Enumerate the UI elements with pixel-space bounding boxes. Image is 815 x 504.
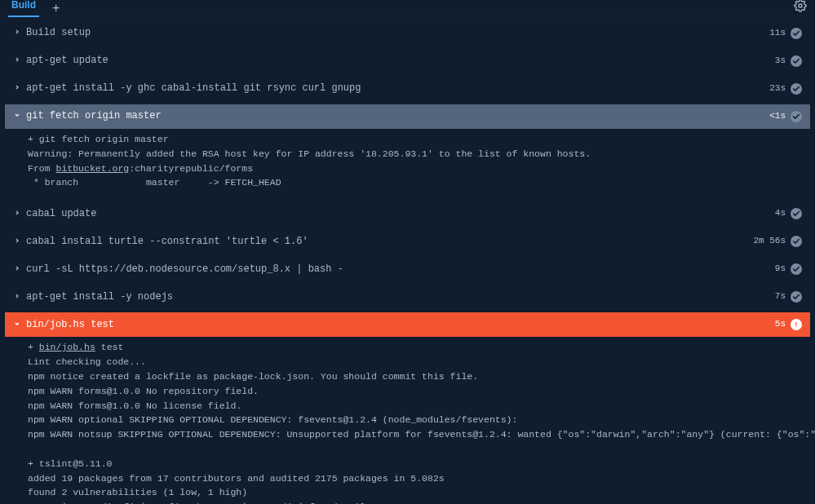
output-line: + git fetch origin master: [28, 132, 802, 147]
alert-icon: [791, 319, 802, 330]
step-command: cabal install turtle --constraint 'turtl…: [26, 235, 308, 249]
output-line: [28, 442, 802, 457]
step-meta: 4s: [775, 207, 802, 220]
step-output: + git fetch origin masterWarning: Perman…: [5, 129, 810, 198]
chevron-right-icon: [13, 26, 21, 40]
build-step: apt-get install -y nodejs7s: [5, 285, 810, 309]
output-link[interactable]: bitbucket.org: [56, 163, 130, 174]
settings-icon[interactable]: [794, 0, 807, 16]
step-meta: 3s: [775, 55, 802, 68]
output-line: found 2 vulnerabilities (1 low, 1 high): [28, 485, 802, 500]
step-command: apt-get install -y ghc cabal-install git…: [26, 82, 361, 95]
step-duration: <1s: [769, 110, 786, 123]
step-command: Build setup: [26, 26, 91, 40]
output-line: npm WARN optional SKIPPING OPTIONAL DEPE…: [28, 413, 802, 427]
output-line: run `npm audit fix` to fix them, or `npm…: [28, 500, 802, 504]
step-duration: 3s: [775, 55, 786, 68]
step-meta: 9s: [775, 263, 802, 276]
output-line: npm notice created a lockfile as package…: [28, 369, 802, 384]
chevron-down-icon: [13, 318, 21, 332]
output-link[interactable]: bin/job.hs: [39, 342, 95, 352]
step-meta: 7s: [775, 290, 802, 303]
step-duration: 9s: [775, 263, 786, 276]
step-output: + bin/job.hs testLint checking code...np…: [5, 337, 810, 504]
step-command: curl -sL https://deb.nodesource.com/setu…: [26, 263, 343, 276]
check-icon: [791, 236, 802, 247]
build-step: bin/job.hs test5s+ bin/job.hs testLint c…: [5, 312, 810, 504]
step-meta: 5s: [775, 318, 802, 331]
output-line: npm WARN forms@1.0.0 No repository field…: [28, 384, 802, 399]
output-line: npm WARN forms@1.0.0 No license field.: [28, 399, 802, 413]
chevron-right-icon: [13, 54, 21, 68]
step-header[interactable]: curl -sL https://deb.nodesource.com/setu…: [5, 257, 810, 281]
step-command: apt-get update: [26, 54, 109, 68]
svg-rect-3: [795, 326, 796, 327]
check-icon: [791, 111, 802, 122]
svg-rect-2: [795, 322, 796, 325]
tab-build[interactable]: Build: [8, 0, 39, 17]
step-meta: 23s: [769, 82, 802, 95]
check-icon: [791, 208, 802, 219]
output-line: * branch master -> FETCH_HEAD: [28, 175, 802, 190]
step-command: apt-get install -y nodejs: [26, 290, 173, 304]
step-duration: 4s: [775, 207, 786, 220]
build-step: apt-get install -y ghc cabal-install git…: [5, 77, 810, 101]
build-step: cabal update4s: [5, 201, 810, 226]
step-command: git fetch origin master: [26, 109, 162, 123]
check-icon: [791, 291, 802, 303]
add-tab-button[interactable]: +: [52, 4, 60, 12]
build-steps: Build setup11sapt-get update3sapt-get in…: [0, 16, 815, 504]
step-header[interactable]: apt-get install -y ghc cabal-install git…: [5, 77, 810, 101]
output-line: + bin/job.hs test: [28, 340, 802, 355]
output-line: Lint checking code...: [28, 355, 802, 369]
step-header[interactable]: cabal install turtle --constraint 'turtl…: [5, 229, 810, 254]
check-icon: [791, 83, 802, 95]
check-icon: [791, 263, 802, 275]
output-line: added 19 packages from 17 contributors a…: [28, 471, 802, 486]
step-duration: 7s: [775, 290, 786, 303]
build-step: curl -sL https://deb.nodesource.com/setu…: [5, 257, 810, 281]
step-header[interactable]: apt-get update3s: [5, 49, 810, 73]
step-header[interactable]: git fetch origin master<1s: [5, 104, 810, 129]
check-icon: [791, 28, 802, 39]
output-line: From bitbucket.org:charityrepublic/forms: [28, 161, 802, 176]
step-header[interactable]: cabal update4s: [5, 201, 810, 226]
output-line: Warning: Permanently added the RSA host …: [28, 147, 802, 161]
build-step: apt-get update3s: [5, 49, 810, 73]
build-step: git fetch origin master<1s+ git fetch or…: [5, 104, 810, 198]
step-header[interactable]: Build setup11s: [5, 21, 810, 46]
chevron-right-icon: [13, 263, 21, 276]
chevron-right-icon: [13, 235, 21, 249]
step-command: cabal update: [26, 207, 96, 221]
step-command: bin/job.hs test: [26, 318, 114, 332]
tab-strip: Build +: [0, 0, 815, 16]
output-line: + tslint@5.11.0: [28, 457, 802, 471]
step-header[interactable]: apt-get install -y nodejs7s: [5, 285, 810, 309]
step-meta: <1s: [769, 110, 802, 123]
chevron-right-icon: [13, 207, 21, 221]
step-duration: 23s: [769, 82, 786, 95]
chevron-right-icon: [13, 82, 21, 95]
step-duration: 5s: [775, 318, 786, 331]
output-line: npm WARN notsup SKIPPING OPTIONAL DEPEND…: [28, 427, 802, 442]
step-duration: 11s: [769, 27, 786, 40]
step-duration: 2m 56s: [753, 235, 786, 248]
svg-point-0: [799, 4, 802, 7]
step-header[interactable]: bin/job.hs test5s: [5, 312, 810, 337]
check-icon: [791, 55, 802, 67]
chevron-right-icon: [13, 290, 21, 304]
chevron-down-icon: [13, 109, 21, 123]
build-step: cabal install turtle --constraint 'turtl…: [5, 229, 810, 254]
step-meta: 2m 56s: [753, 235, 802, 248]
step-meta: 11s: [769, 27, 802, 40]
build-step: Build setup11s: [5, 21, 810, 46]
